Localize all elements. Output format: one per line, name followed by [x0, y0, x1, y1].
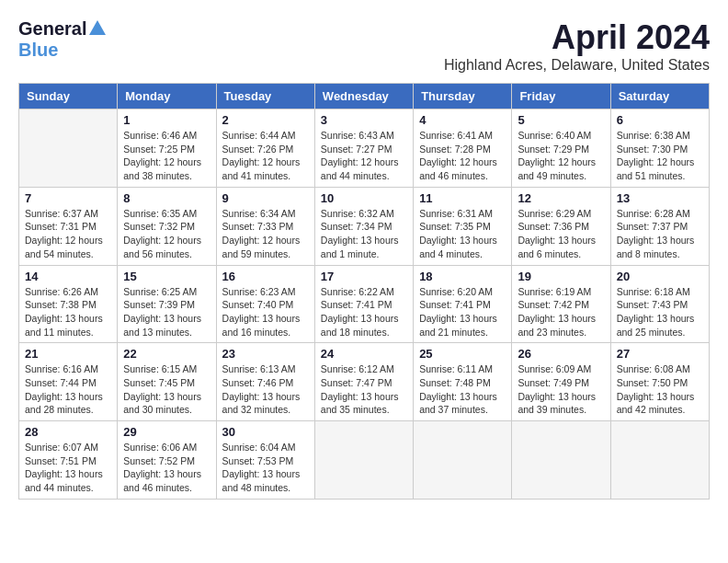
calendar-cell: 30Sunrise: 6:04 AM Sunset: 7:53 PM Dayli… — [216, 421, 314, 500]
calendar-cell: 26Sunrise: 6:09 AM Sunset: 7:49 PM Dayli… — [512, 343, 610, 421]
day-number: 13 — [617, 191, 703, 205]
calendar-header-tuesday: Tuesday — [216, 84, 314, 109]
calendar-cell: 7Sunrise: 6:37 AM Sunset: 7:31 PM Daylig… — [19, 187, 118, 265]
calendar-header-sunday: Sunday — [19, 84, 118, 109]
calendar-cell: 22Sunrise: 6:15 AM Sunset: 7:45 PM Dayli… — [118, 343, 216, 421]
calendar-cell: 3Sunrise: 6:43 AM Sunset: 7:27 PM Daylig… — [314, 109, 413, 188]
calendar-cell: 11Sunrise: 6:31 AM Sunset: 7:35 PM Dayli… — [414, 187, 512, 265]
day-number: 22 — [123, 347, 210, 361]
day-info: Sunrise: 6:26 AM Sunset: 7:38 PM Dayligh… — [25, 285, 111, 339]
day-number: 10 — [321, 191, 407, 205]
calendar-cell: 24Sunrise: 6:12 AM Sunset: 7:47 PM Dayli… — [314, 343, 413, 421]
day-number: 30 — [222, 425, 309, 439]
day-number: 26 — [518, 347, 604, 361]
calendar-cell — [414, 421, 512, 500]
calendar-week-5: 28Sunrise: 6:07 AM Sunset: 7:51 PM Dayli… — [19, 421, 710, 500]
day-number: 4 — [419, 113, 506, 127]
day-info: Sunrise: 6:22 AM Sunset: 7:41 PM Dayligh… — [321, 285, 407, 339]
title-block: April 2024 Highland Acres, Delaware, Uni… — [444, 18, 710, 74]
calendar-cell — [610, 421, 709, 500]
day-number: 2 — [222, 113, 309, 127]
day-number: 27 — [617, 347, 703, 361]
day-number: 1 — [123, 113, 210, 127]
calendar-cell: 27Sunrise: 6:08 AM Sunset: 7:50 PM Dayli… — [610, 343, 709, 421]
calendar-week-4: 21Sunrise: 6:16 AM Sunset: 7:44 PM Dayli… — [19, 343, 710, 421]
month-title: April 2024 — [444, 18, 710, 57]
calendar-cell: 6Sunrise: 6:38 AM Sunset: 7:30 PM Daylig… — [610, 109, 709, 188]
calendar-cell: 2Sunrise: 6:44 AM Sunset: 7:26 PM Daylig… — [216, 109, 314, 188]
day-info: Sunrise: 6:25 AM Sunset: 7:39 PM Dayligh… — [123, 285, 210, 339]
day-number: 18 — [419, 270, 506, 283]
page-header: General Blue April 2024 Highland Acres, … — [18, 18, 710, 74]
day-number: 17 — [321, 270, 407, 283]
calendar-cell: 13Sunrise: 6:28 AM Sunset: 7:37 PM Dayli… — [610, 187, 709, 265]
calendar-cell: 25Sunrise: 6:11 AM Sunset: 7:48 PM Dayli… — [414, 343, 512, 421]
day-info: Sunrise: 6:08 AM Sunset: 7:50 PM Dayligh… — [617, 362, 703, 417]
day-info: Sunrise: 6:44 AM Sunset: 7:26 PM Dayligh… — [222, 129, 309, 183]
logo-text: General Blue — [18, 18, 106, 61]
day-info: Sunrise: 6:38 AM Sunset: 7:30 PM Dayligh… — [617, 129, 703, 183]
logo-general-text: General — [18, 18, 86, 40]
day-number: 16 — [222, 270, 309, 283]
day-info: Sunrise: 6:07 AM Sunset: 7:51 PM Dayligh… — [25, 441, 111, 495]
day-number: 9 — [222, 191, 309, 205]
day-info: Sunrise: 6:20 AM Sunset: 7:41 PM Dayligh… — [419, 285, 506, 339]
calendar-cell: 1Sunrise: 6:46 AM Sunset: 7:25 PM Daylig… — [118, 109, 216, 188]
calendar-cell: 18Sunrise: 6:20 AM Sunset: 7:41 PM Dayli… — [414, 265, 512, 343]
calendar-header-monday: Monday — [118, 84, 216, 109]
day-info: Sunrise: 6:13 AM Sunset: 7:46 PM Dayligh… — [222, 362, 309, 417]
location-title: Highland Acres, Delaware, United States — [444, 57, 710, 74]
day-info: Sunrise: 6:46 AM Sunset: 7:25 PM Dayligh… — [123, 129, 210, 183]
logo-blue-text: Blue — [18, 40, 58, 60]
day-info: Sunrise: 6:31 AM Sunset: 7:35 PM Dayligh… — [419, 207, 506, 261]
day-number: 15 — [123, 270, 210, 283]
day-info: Sunrise: 6:19 AM Sunset: 7:42 PM Dayligh… — [518, 285, 604, 339]
calendar-cell: 28Sunrise: 6:07 AM Sunset: 7:51 PM Dayli… — [19, 421, 118, 500]
calendar-cell: 10Sunrise: 6:32 AM Sunset: 7:34 PM Dayli… — [314, 187, 413, 265]
day-info: Sunrise: 6:18 AM Sunset: 7:43 PM Dayligh… — [617, 285, 703, 339]
calendar-header-friday: Friday — [512, 84, 610, 109]
calendar-header-thursday: Thursday — [414, 84, 512, 109]
day-info: Sunrise: 6:32 AM Sunset: 7:34 PM Dayligh… — [321, 207, 407, 261]
calendar-cell: 5Sunrise: 6:40 AM Sunset: 7:29 PM Daylig… — [512, 109, 610, 188]
calendar-week-1: 1Sunrise: 6:46 AM Sunset: 7:25 PM Daylig… — [19, 109, 710, 188]
day-info: Sunrise: 6:43 AM Sunset: 7:27 PM Dayligh… — [321, 129, 407, 183]
day-info: Sunrise: 6:40 AM Sunset: 7:29 PM Dayligh… — [518, 129, 604, 183]
day-number: 25 — [419, 347, 506, 361]
logo-triangle-icon — [89, 20, 106, 35]
day-info: Sunrise: 6:41 AM Sunset: 7:28 PM Dayligh… — [419, 129, 506, 183]
calendar-cell: 17Sunrise: 6:22 AM Sunset: 7:41 PM Dayli… — [314, 265, 413, 343]
day-info: Sunrise: 6:35 AM Sunset: 7:32 PM Dayligh… — [123, 207, 210, 261]
day-number: 5 — [518, 113, 604, 127]
day-number: 3 — [321, 113, 407, 127]
day-number: 8 — [123, 191, 210, 205]
day-info: Sunrise: 6:11 AM Sunset: 7:48 PM Dayligh… — [419, 362, 506, 417]
calendar-header-wednesday: Wednesday — [314, 84, 413, 109]
calendar-header-row: SundayMondayTuesdayWednesdayThursdayFrid… — [19, 84, 710, 109]
day-number: 21 — [25, 347, 111, 361]
day-info: Sunrise: 6:23 AM Sunset: 7:40 PM Dayligh… — [222, 285, 309, 339]
day-info: Sunrise: 6:04 AM Sunset: 7:53 PM Dayligh… — [222, 441, 309, 495]
day-number: 23 — [222, 347, 309, 361]
day-info: Sunrise: 6:37 AM Sunset: 7:31 PM Dayligh… — [25, 207, 111, 261]
svg-marker-0 — [89, 20, 106, 35]
calendar-cell: 23Sunrise: 6:13 AM Sunset: 7:46 PM Dayli… — [216, 343, 314, 421]
day-info: Sunrise: 6:28 AM Sunset: 7:37 PM Dayligh… — [617, 207, 703, 261]
calendar-table: SundayMondayTuesdayWednesdayThursdayFrid… — [18, 83, 710, 500]
day-info: Sunrise: 6:15 AM Sunset: 7:45 PM Dayligh… — [123, 362, 210, 417]
day-number: 28 — [25, 425, 111, 439]
logo: General Blue — [18, 18, 106, 61]
day-number: 7 — [25, 191, 111, 205]
day-info: Sunrise: 6:09 AM Sunset: 7:49 PM Dayligh… — [518, 362, 604, 417]
calendar-cell: 8Sunrise: 6:35 AM Sunset: 7:32 PM Daylig… — [118, 187, 216, 265]
calendar-week-2: 7Sunrise: 6:37 AM Sunset: 7:31 PM Daylig… — [19, 187, 710, 265]
day-number: 19 — [518, 270, 604, 283]
calendar-cell: 16Sunrise: 6:23 AM Sunset: 7:40 PM Dayli… — [216, 265, 314, 343]
day-info: Sunrise: 6:29 AM Sunset: 7:36 PM Dayligh… — [518, 207, 604, 261]
calendar-cell — [314, 421, 413, 500]
calendar-cell: 15Sunrise: 6:25 AM Sunset: 7:39 PM Dayli… — [118, 265, 216, 343]
calendar-cell: 4Sunrise: 6:41 AM Sunset: 7:28 PM Daylig… — [414, 109, 512, 188]
calendar-cell: 21Sunrise: 6:16 AM Sunset: 7:44 PM Dayli… — [19, 343, 118, 421]
calendar-week-3: 14Sunrise: 6:26 AM Sunset: 7:38 PM Dayli… — [19, 265, 710, 343]
day-number: 20 — [617, 270, 703, 283]
